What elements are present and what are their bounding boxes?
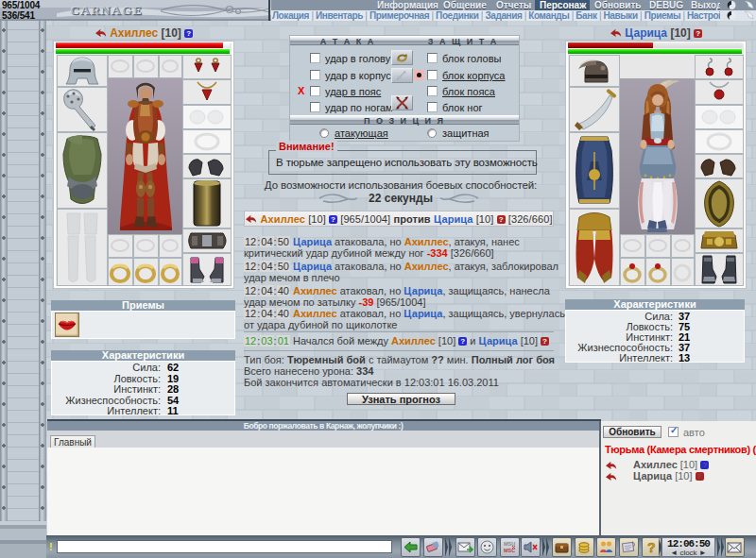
svg-text:?: ? <box>647 540 656 555</box>
svg-text:MSC: MSC <box>504 548 515 553</box>
svg-text:CARNAGE: CARNAGE <box>70 3 143 17</box>
svg-text:MSU: MSU <box>504 541 515 547</box>
